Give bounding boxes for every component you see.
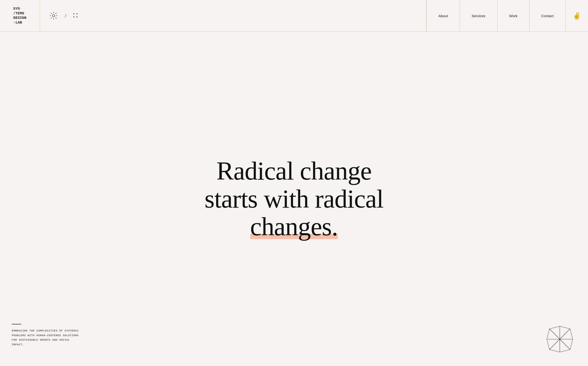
dots-grid-icon[interactable] <box>73 13 78 18</box>
tagline-line-3: FOR SUSTAINABLE GROWTH AND SOCIAL IMPACT… <box>12 338 70 346</box>
starburst-decoration <box>546 325 574 354</box>
peace-icon[interactable]: ✌ <box>565 0 588 31</box>
slash-icon: / <box>65 13 66 19</box>
main-nav: About Services Work Contact ✌ <box>426 0 588 31</box>
main-content: Radical change starts with radical chang… <box>0 32 588 366</box>
nav-services[interactable]: Services <box>460 0 497 31</box>
svg-line-16 <box>560 350 570 352</box>
svg-line-19 <box>547 329 549 339</box>
svg-line-7 <box>55 13 56 14</box>
svg-point-0 <box>53 15 55 17</box>
hero-line-1: Radical change <box>217 157 371 185</box>
hero-line-2: starts with radical <box>204 184 383 213</box>
tagline-section: EMBRACING THE COMPLEXITIES OF SYSTEMIC P… <box>12 324 82 347</box>
svg-line-14 <box>570 329 573 339</box>
logo-text: SYS· /TEMS DESIGN ✦LAB <box>13 7 27 25</box>
tagline-line-1: EMBRACING THE COMPLEXITIES OF SYSTEMIC <box>12 329 78 332</box>
header: SYS· /TEMS DESIGN ✦LAB / Ab <box>0 0 588 32</box>
svg-line-17 <box>549 350 560 352</box>
tagline-text: EMBRACING THE COMPLEXITIES OF SYSTEMIC P… <box>12 329 82 347</box>
tagline-line-2: PROBLEMS WITH HUMAN-CENTERED SOLUTIONS <box>12 334 78 337</box>
hero-line-3-highlight: changes. <box>250 212 338 241</box>
svg-line-6 <box>55 18 56 19</box>
logo[interactable]: SYS· /TEMS DESIGN ✦LAB <box>0 0 40 31</box>
nav-work[interactable]: Work <box>497 0 529 31</box>
nav-about[interactable]: About <box>426 0 460 31</box>
svg-line-15 <box>570 339 573 350</box>
hero-section: Radical change starts with radical chang… <box>204 157 383 241</box>
svg-line-8 <box>51 18 52 19</box>
tagline-divider <box>12 324 21 324</box>
svg-line-5 <box>51 13 52 14</box>
starburst-icon <box>546 325 574 353</box>
nav-contact[interactable]: Contact <box>529 0 565 31</box>
sun-icon[interactable] <box>49 12 58 20</box>
header-icons: / <box>40 0 426 31</box>
svg-line-13 <box>560 326 570 329</box>
svg-line-18 <box>547 339 549 350</box>
svg-line-20 <box>549 326 560 329</box>
hero-heading: Radical change starts with radical chang… <box>204 157 383 241</box>
